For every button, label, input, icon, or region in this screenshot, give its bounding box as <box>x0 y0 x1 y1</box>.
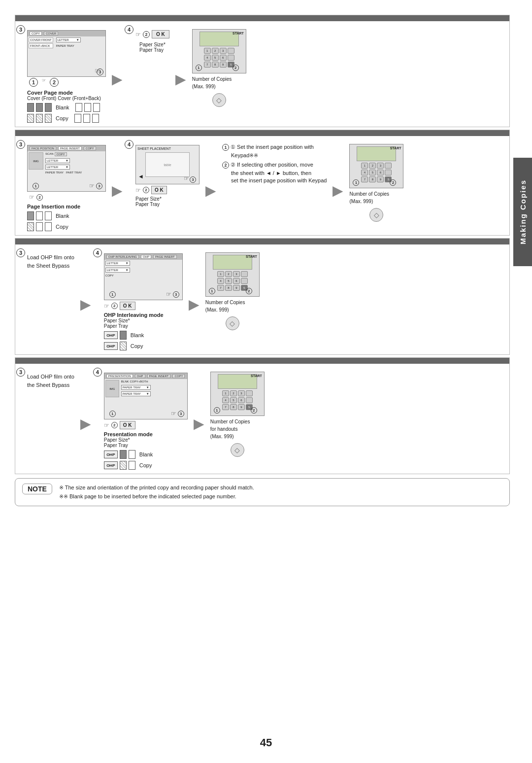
sheet-table: table <box>145 152 190 177</box>
ohp-letter-1: LETTER▼ <box>105 261 130 266</box>
paper-tray-text: Paper Tray <box>139 47 166 53</box>
ohp-blank-page <box>120 331 127 340</box>
pres-copy-row: OHP Copy <box>104 461 188 470</box>
device-step1: 1 <box>196 65 202 71</box>
copy-after-3 <box>92 114 99 123</box>
ohp-paper-tray: Paper Tray <box>104 323 183 329</box>
panasonic-device-2: 1 2 3 4 5 6 7 8 9 S 1 <box>349 144 403 188</box>
step5-pi: 1 2 3 4 5 6 7 8 9 S 1 <box>349 144 403 222</box>
pi-paper-size: Paper Size* <box>135 196 200 202</box>
pi-face-tab: FACE POSITION <box>30 146 56 150</box>
pi-ui-topbar: FACE POSITION PAGE INSERT COPY <box>28 145 105 151</box>
main-content: 3 COPY COVER COVER FRONT FRONT+BACK <box>15 15 510 733</box>
load-line1: Load OHP film onto <box>27 254 74 260</box>
blank-icon-1 <box>27 103 34 112</box>
ohp-mode-text: OHP Interleaving mode <box>104 312 183 318</box>
copies-info-2: Number of Copies (Max. 999) <box>349 190 403 205</box>
pi-mode-text: Page Insertion mode <box>27 204 106 209</box>
cover-col1: COVER FRONT FRONT+BACK <box>29 37 53 75</box>
section-page-insert: 3 FACE POSITION PAGE INSERT COPY IMG <box>15 130 510 236</box>
letter-select: LETTER▼ <box>56 37 81 42</box>
copy-row: Copy <box>27 114 106 123</box>
pres-letter-2: PAPER TRAY▼ <box>121 391 151 396</box>
pi-step2-circle: 2 <box>36 194 43 201</box>
diamond-btn-4[interactable]: ◇ <box>210 443 265 457</box>
blank-row: Blank <box>27 103 106 112</box>
arrow-pi-3: ▶ <box>331 182 345 199</box>
ohp-blank-label: Blank <box>131 332 144 338</box>
device-step2: 2 <box>233 65 239 71</box>
instr-1-text: ① Set the insert page position with <box>231 144 314 150</box>
start-text: START <box>233 32 244 35</box>
pres-copy-page <box>120 461 127 470</box>
pres-icons: OHP Blank OHP Copy <box>104 450 188 470</box>
sidebar-tab: Making Copies <box>513 158 532 266</box>
pi-copy-1 <box>27 222 34 231</box>
ohp-ui-topbar: OHP INTERLEAVING OHP PAGE INSERT <box>104 254 182 260</box>
pi-copy-row: Copy <box>27 222 106 231</box>
diamond-btn-3[interactable]: ◇ <box>205 316 260 330</box>
cover-mode-label: Cover Page mode Cover (Front) Cover (Fro… <box>27 90 106 101</box>
diamond-btn-2[interactable]: ◇ <box>349 208 403 222</box>
pres-copy-tab: COPY <box>172 374 185 378</box>
pi-step1: 1 <box>33 183 39 189</box>
step5-cover: 1 2 3 4 5 6 7 8 9 S 1 <box>192 29 246 107</box>
cover-mode-text: Cover Page mode <box>27 90 106 96</box>
pres-letter-1: PAPER TRAY▼ <box>121 385 151 390</box>
pi-copy-2 <box>36 222 43 231</box>
pres-copy-icon: OHP <box>104 461 118 469</box>
blank-after-2 <box>84 103 91 112</box>
section-ohp: 3 Load OHP film onto the Sheet Bypass ▶ … <box>15 238 510 355</box>
device-buttons-2: 1 2 3 4 5 6 7 8 9 S <box>361 163 392 182</box>
arrow-pres-1: ▶ <box>78 416 93 432</box>
start-diamond-3[interactable]: ◇ <box>226 316 239 330</box>
diamond-btn-1[interactable]: ◇ <box>192 93 246 107</box>
left-arrow-btn: ◄ <box>138 173 144 180</box>
ohp-copy-label: COPY <box>105 274 130 277</box>
ohp-copy-label-text: Copy <box>131 343 143 349</box>
pi-letter-select: LETTER▼ <box>45 158 70 163</box>
pres-bottom: ☞ 3 <box>171 410 184 417</box>
step1-cover: 1 <box>29 78 38 87</box>
arrow-pi-2: ▶ <box>203 182 218 199</box>
section-pres-header <box>15 358 509 364</box>
section-pi-body: 3 FACE POSITION PAGE INSERT COPY IMG <box>15 136 509 235</box>
start-diamond-4[interactable]: ◇ <box>231 443 244 457</box>
pi-blank-1 <box>27 211 34 220</box>
arrow-ohp-1: ▶ <box>78 296 93 312</box>
copies-info-4: Number of Copies for handouts (Max. 999) <box>210 418 265 440</box>
circle-2-instr: 2 <box>222 162 229 169</box>
sheet-placement-label: SHEET PLACEMENT <box>137 147 171 150</box>
ohp-step1: 1 <box>109 291 116 298</box>
ohp-copy-page <box>120 342 127 350</box>
pres-pg-insert-tab: PAGE INSERT <box>147 374 171 378</box>
ohp-letter-2: LETTER▼ <box>105 268 130 273</box>
pi-bottom-left: 1 <box>33 183 39 189</box>
step2-ok: 2 <box>143 31 150 38</box>
pi-col1: SCAN COPY LETTER▼ LETTER▼ PAPER TRAY PAR… <box>45 152 82 190</box>
blank-label: Blank <box>56 104 69 110</box>
pres-mode-info: Presentation mode Paper Size* Paper Tray <box>104 431 188 448</box>
pres-img: IMG <box>105 380 119 397</box>
num-copies-2: Number of Copies <box>349 190 403 198</box>
pi-bottom-row: ☞ 3 <box>89 182 102 189</box>
copies-info-1: Number of Copies (Max. 999) <box>192 75 246 90</box>
step3-pi-inner2: 3 <box>190 176 196 183</box>
ok-row: ☞ 2 O K <box>135 30 169 38</box>
pres-mode-text: Presentation mode <box>104 431 188 437</box>
paper-size-text: Paper Size* <box>139 42 166 47</box>
ohp-inter-tab: OHP INTERLEAVING <box>106 255 139 259</box>
start-diamond-2[interactable]: ◇ <box>369 208 383 222</box>
note-line-1: ※ The size and orientation of the printe… <box>59 484 254 492</box>
pres-load-line2: the Sheet Bypass <box>27 382 69 388</box>
d-btn: 1 <box>204 48 211 54</box>
panasonic-device-1: 1 2 3 4 5 6 7 8 9 S 1 <box>192 29 246 73</box>
note-label: NOTE <box>22 484 52 494</box>
ohp-step3: 3 <box>173 291 179 298</box>
arrow-ohp-2: ▶ <box>187 296 201 312</box>
d-btn <box>228 55 234 61</box>
start-diamond-1[interactable]: ◇ <box>212 93 226 107</box>
pres-copy-page2 <box>129 461 135 470</box>
pres-load-label: Load OHP film onto the Sheet Bypass <box>27 373 74 389</box>
copy-after-1 <box>74 114 81 123</box>
